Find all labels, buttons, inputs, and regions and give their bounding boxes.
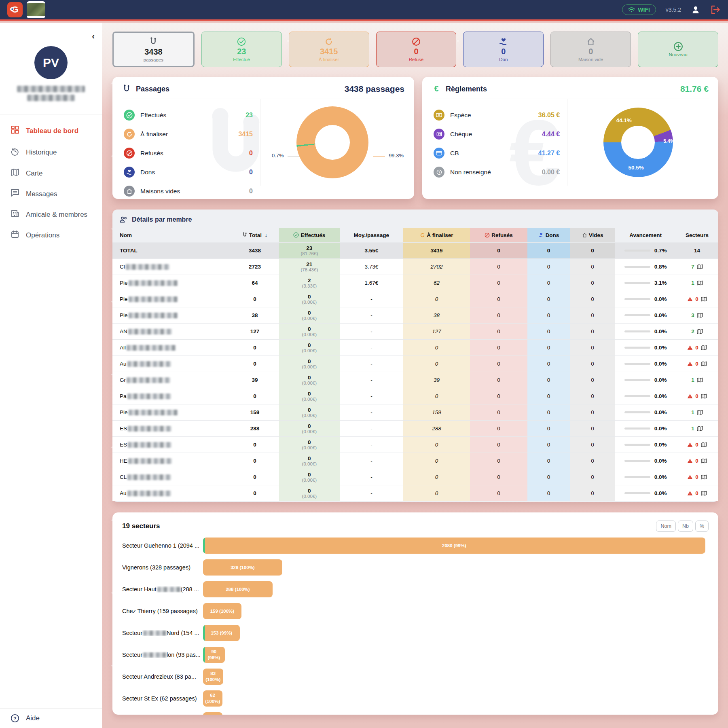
table-row[interactable]: AN 127 0(0.00€) - 127 0 0 0 0.0% 2 (112, 324, 718, 340)
sidebar-item-aide[interactable]: ? Aide (0, 709, 102, 728)
stat-line-label: Maisons vides (140, 188, 180, 195)
sidebar-item-amicale-membres[interactable]: Amicale & membres (0, 204, 102, 225)
table-row[interactable]: Pie 64 2(3.33€) 1.67€ 62 0 0 0 3.1% 1 (112, 275, 718, 291)
table-row[interactable]: Pie 0 0(0.00€) - 0 0 0 0 0.0% 0 (112, 291, 718, 307)
logout-button[interactable] (710, 5, 721, 15)
stat-card--finaliser[interactable]: 3415 À finaliser (289, 32, 369, 67)
table-row[interactable]: Pie 159 0(0.00€) - 159 0 0 0 0.0% 1 (112, 404, 718, 421)
stat-line-value: 0 (249, 169, 258, 176)
col-avancement[interactable]: Avancement (615, 228, 676, 243)
sectors-cell: 0 (678, 393, 716, 399)
stat-card-nouveau[interactable]: Nouveau (638, 32, 718, 67)
sectors-panel: 19 secteurs NomNb% Secteur Guehenno 1 (2… (112, 512, 718, 715)
table-row[interactable]: HE 0 0(0.00€) - 0 0 0 0 0.0% 0 (112, 453, 718, 469)
sector-label: Secteur lon (93 pas... (122, 652, 203, 658)
warning-triangle-icon (687, 491, 693, 496)
col-dons[interactable]: Dons (527, 228, 570, 243)
user-icon (691, 5, 700, 15)
table-row[interactable]: CL 0 0(0.00€) - 0 0 0 0 0.0% 0 (112, 469, 718, 485)
table-header-row: Nom Total ↓ Effectués Moy./passage À fin… (112, 228, 718, 243)
col-moy[interactable]: Moy./passage (340, 228, 403, 243)
app-logo[interactable]: G (7, 2, 23, 17)
stat-card-passages[interactable]: 3438 passages (112, 32, 195, 67)
member-name-prefix: Gr (120, 377, 126, 383)
stat-line-value: 36.05 € (538, 112, 565, 119)
sector-bar[interactable]: 159 (100%) (203, 603, 241, 619)
table-row[interactable]: Pie 38 0(0.00€) - 38 0 0 0 0.0% 3 (112, 307, 718, 324)
sidebar-collapse-button[interactable]: ‹ (92, 32, 95, 41)
sector-bar[interactable]: 44 (1 (203, 712, 222, 715)
sidebar-item-op-rations[interactable]: Opérations (0, 225, 102, 245)
table-row[interactable]: Au 0 0(0.00€) - 0 0 0 0 0.0% 0 (112, 485, 718, 502)
sector-bar[interactable]: 2080 (99%) (203, 538, 705, 554)
sector-label: Vignerons (328 passages) (122, 564, 203, 571)
reglements-panel-title: Règlements (446, 85, 487, 93)
sectors-cell: 0 (678, 458, 716, 464)
panel-stat-line: Dons 0 (122, 163, 260, 182)
map-icon (697, 264, 703, 269)
sidebar-item-tableau-de-bord[interactable]: Tableau de bord (0, 120, 102, 142)
sidebar-item-messages[interactable]: Messages (0, 184, 102, 204)
table-row[interactable]: Gr 39 0(0.00€) - 39 0 0 0 0.0% 1 (112, 372, 718, 388)
sector-bar[interactable]: 90 (96%) (203, 647, 225, 663)
table-row[interactable]: Au 0 0(0.00€) - 0 0 0 0 0.0% 0 (112, 356, 718, 372)
stat-card-value: 0 (414, 47, 418, 56)
sectors-cell: 1 (678, 377, 716, 383)
sidebar-item-historique[interactable]: Historique (0, 142, 102, 163)
member-name-prefix: CL (120, 474, 127, 480)
sector-toggle-nb[interactable]: Nb (678, 521, 693, 532)
sector-bar[interactable]: 153 (99%) (203, 625, 240, 641)
sector-toggle-pct[interactable]: % (695, 521, 709, 532)
col-nom[interactable]: Nom (112, 228, 231, 243)
operation-photo-thumbnail[interactable] (27, 1, 45, 18)
stat-card-don[interactable]: 0 Don (463, 32, 544, 67)
stat-card-refus-[interactable]: 0 Refusé (376, 32, 457, 67)
top-navbar: G WIFI v3.5.2 (0, 0, 728, 21)
sector-bar[interactable]: 328 (100%) (203, 559, 282, 576)
table-row[interactable]: Pa 0 0(0.00€) - 0 0 0 0 0.0% 0 (112, 388, 718, 404)
map-icon (697, 410, 703, 415)
sidebar-item-carte[interactable]: Carte (0, 163, 102, 184)
col-effectues[interactable]: Effectués (279, 228, 340, 243)
banknote-icon (434, 110, 444, 121)
sidebar-item-label: Carte (26, 169, 43, 178)
col-vides[interactable]: Vides (570, 228, 615, 243)
panel-stat-line: ? Non renseigné 0.00 € (432, 163, 567, 182)
sector-bar[interactable]: 288 (100%) (203, 581, 273, 597)
member-name-prefix: Pa (120, 393, 127, 399)
stat-card-label: Nouveau (669, 52, 688, 57)
table-row[interactable]: ES 0 0(0.00€) - 0 0 0 0 0.0% 0 (112, 437, 718, 453)
sectors-cell: 2 (678, 328, 716, 334)
stat-line-value: 3415 (238, 131, 258, 138)
warning-triangle-icon (687, 345, 693, 350)
panel-stat-line: À finaliser 3415 (122, 125, 260, 144)
table-row[interactable]: All 0 0(0.00€) - 0 0 0 0 0.0% 0 (112, 340, 718, 356)
stat-card-effectu-[interactable]: 23 Effectué (201, 32, 282, 67)
sector-bar-row: Secteur St Ex (62 passages) 62 (100%) (122, 690, 709, 707)
member-name-redacted (129, 296, 178, 302)
col-refuses[interactable]: Refusés (470, 228, 527, 243)
people-icon (120, 216, 128, 223)
stat-card-value: 0 (501, 47, 506, 56)
sector-bar[interactable]: 83 (100%) (203, 669, 223, 685)
panel-stat-line: Refusés 0 (122, 144, 260, 163)
col-total[interactable]: Total ↓ (231, 228, 279, 243)
sort-desc-icon[interactable]: ↓ (265, 232, 268, 238)
stat-card-maison-vide[interactable]: 0 Maison vide (550, 32, 631, 67)
map-icon (697, 426, 703, 431)
col-secteurs[interactable]: Secteurs (676, 228, 718, 243)
member-name-redacted (128, 442, 171, 448)
table-row[interactable]: ES 288 0(0.00€) - 288 0 0 0 0.0% 1 (112, 421, 718, 437)
member-name-redacted (127, 377, 170, 383)
sector-toggle-nom[interactable]: Nom (656, 521, 675, 532)
table-total-row[interactable]: TOTAL 3438 23(81.76€) 3.55€ 3415 0 0 0 0… (112, 243, 718, 259)
user-profile-button[interactable] (691, 5, 700, 15)
stat-line-label: Non renseigné (450, 169, 491, 176)
stat-card-label: À finaliser (319, 57, 339, 62)
wifi-status-badge[interactable]: WIFI (622, 4, 656, 15)
sectors-title: 19 secteurs (122, 522, 160, 530)
table-row[interactable]: Cl 2723 21(78.43€) 3.73€ 2702 0 0 0 0.8%… (112, 259, 718, 275)
user-name-redacted (17, 86, 85, 92)
col-finaliser[interactable]: À finaliser (403, 228, 470, 243)
sector-bar[interactable]: 62 (100%) (203, 690, 222, 707)
